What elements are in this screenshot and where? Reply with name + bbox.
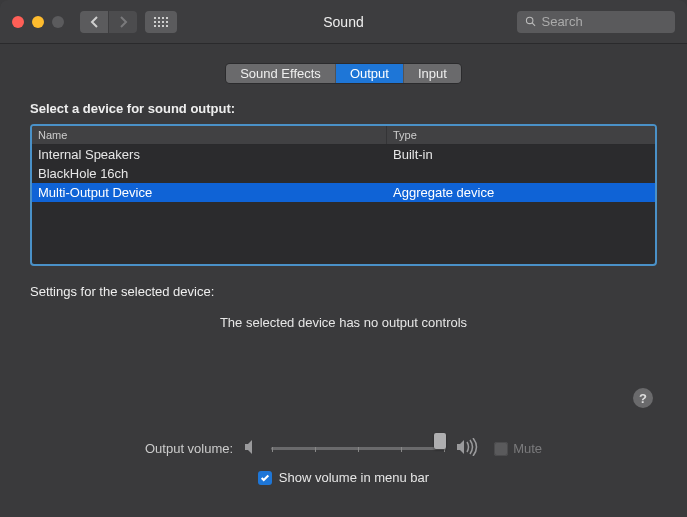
svg-line-1: [532, 23, 535, 26]
close-icon[interactable]: [12, 16, 24, 28]
output-volume-label: Output volume:: [145, 441, 233, 456]
show-volume-row: Show volume in menu bar: [0, 470, 687, 485]
mute-control: Mute: [494, 441, 542, 456]
window-controls: [12, 16, 64, 28]
chevron-right-icon: [119, 16, 128, 28]
tab-sound-effects[interactable]: Sound Effects: [226, 64, 336, 83]
svg-point-0: [526, 17, 532, 23]
device-name: BlackHole 16ch: [32, 164, 387, 183]
speaker-loud-icon: [456, 438, 480, 459]
search-field[interactable]: [517, 11, 675, 33]
minimize-icon[interactable]: [32, 16, 44, 28]
zoom-icon[interactable]: [52, 16, 64, 28]
no-controls-message: The selected device has no output contro…: [30, 315, 657, 330]
titlebar: Sound: [0, 0, 687, 44]
device-row[interactable]: BlackHole 16ch: [32, 164, 655, 183]
output-volume-row: Output volume: Mute: [0, 438, 687, 459]
tab-bar: Sound Effects Output Input: [226, 64, 461, 83]
chevron-left-icon: [90, 16, 99, 28]
forward-button: [109, 11, 137, 33]
slider-thumb[interactable]: [434, 433, 446, 449]
grid-icon: [154, 17, 168, 27]
settings-label: Settings for the selected device:: [30, 284, 657, 299]
search-input[interactable]: [541, 14, 667, 29]
show-volume-label: Show volume in menu bar: [279, 470, 429, 485]
select-device-label: Select a device for sound output:: [30, 101, 657, 116]
column-type[interactable]: Type: [387, 126, 655, 144]
checkmark-icon: [260, 473, 270, 483]
back-button[interactable]: [80, 11, 108, 33]
device-type: Aggregate device: [387, 183, 655, 202]
nav-buttons: [80, 11, 137, 33]
show-all-button[interactable]: [145, 11, 177, 33]
volume-slider[interactable]: [271, 439, 446, 459]
device-row[interactable]: Multi-Output Device Aggregate device: [32, 183, 655, 202]
search-icon: [525, 15, 536, 28]
column-name[interactable]: Name: [32, 126, 387, 144]
device-list: Name Type Internal Speakers Built-in Bla…: [30, 124, 657, 266]
help-button[interactable]: ?: [633, 388, 653, 408]
device-type: [387, 164, 655, 183]
device-row[interactable]: Internal Speakers Built-in: [32, 145, 655, 164]
mute-checkbox[interactable]: [494, 442, 508, 456]
tab-output[interactable]: Output: [336, 64, 404, 83]
device-name: Internal Speakers: [32, 145, 387, 164]
show-volume-checkbox[interactable]: [258, 471, 272, 485]
device-type: Built-in: [387, 145, 655, 164]
mute-label: Mute: [513, 441, 542, 456]
speaker-mute-icon: [243, 439, 261, 458]
tab-input[interactable]: Input: [404, 64, 461, 83]
device-name: Multi-Output Device: [32, 183, 387, 202]
device-list-header: Name Type: [32, 126, 655, 145]
